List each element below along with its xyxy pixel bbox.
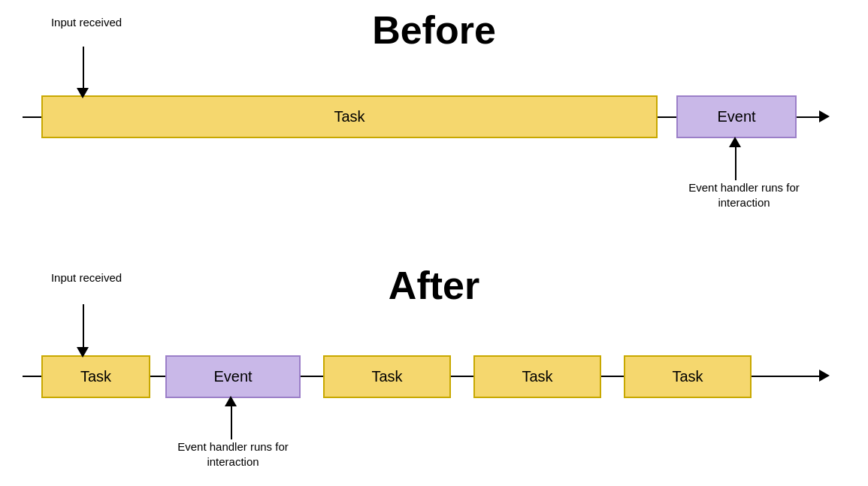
before-event-handler-label: Event handler runs for interaction xyxy=(676,180,812,210)
before-event-box: Event xyxy=(676,95,797,138)
after-event-arrow-up xyxy=(225,396,237,406)
after-task1-box: Task xyxy=(41,355,150,398)
after-task2-box: Task xyxy=(323,355,451,398)
after-event-handler-label: Event handler runs for interaction xyxy=(165,439,301,469)
before-task-box: Task xyxy=(41,95,658,138)
before-input-label: Input received xyxy=(41,15,132,30)
after-event-box: Event xyxy=(165,355,301,398)
after-title: After xyxy=(389,263,479,308)
after-arrow-right xyxy=(819,370,830,382)
after-input-label: Input received xyxy=(41,270,132,285)
after-input-arrow xyxy=(77,347,89,358)
after-task3-box: Task xyxy=(473,355,601,398)
before-title: Before xyxy=(372,8,496,53)
diagram-container: Before Task Event Input received Event h… xyxy=(0,0,868,486)
after-task4-box: Task xyxy=(624,355,752,398)
before-event-arrow-up xyxy=(729,137,741,147)
before-arrow-right xyxy=(819,110,830,122)
before-input-arrow xyxy=(77,88,89,98)
